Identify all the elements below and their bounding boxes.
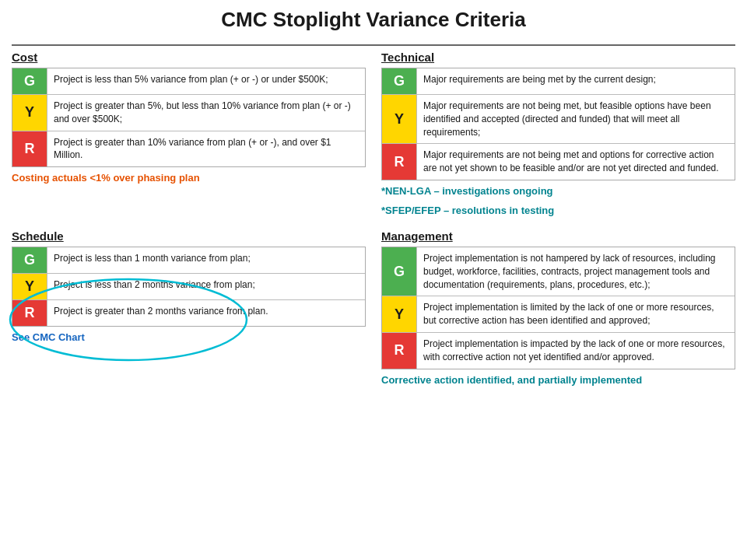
sched-red-desc: Project is greater than 2 months varianc… (47, 300, 365, 326)
technical-section: Technical G Major requirements are being… (381, 51, 735, 223)
mgmt-yellow-desc: Project implementation is limited by the… (416, 296, 735, 332)
mgmt-red-status: R (382, 333, 416, 369)
top-row: Cost G Project is less than 5% variance … (12, 51, 735, 229)
management-title: Management (381, 229, 735, 243)
table-row: Y Major requirements are not being met, … (382, 95, 735, 144)
table-row: R Project implementation is impacted by … (382, 333, 735, 369)
mgmt-green-desc: Project implementation is not hampered b… (416, 247, 735, 296)
management-table: G Project implementation is not hampered… (381, 247, 735, 369)
table-row: Y Project implementation is limited by t… (382, 296, 735, 333)
cost-yellow-desc: Project is greater than 5%, but less tha… (47, 95, 365, 131)
management-section: Management G Project implementation is n… (381, 229, 735, 392)
schedule-note[interactable]: See CMC Chart (12, 330, 366, 345)
sched-red-status: R (12, 300, 47, 326)
cost-red-desc: Project is greater than 10% variance fro… (47, 131, 365, 167)
cost-table: G Project is less than 5% variance from … (12, 68, 366, 167)
table-row: Y Project is less than 2 months variance… (12, 274, 365, 300)
cost-yellow-status: Y (12, 95, 47, 131)
table-row: G Major requirements are being met by th… (382, 68, 735, 95)
tech-red-desc: Major requirements are not being met and… (416, 144, 735, 180)
tech-green-desc: Major requirements are being met by the … (416, 68, 735, 94)
tech-yellow-status: Y (382, 95, 416, 143)
table-row: R Major requirements are not being met a… (382, 144, 735, 180)
sched-yellow-desc: Project is less than 2 months variance f… (47, 274, 365, 299)
technical-table: G Major requirements are being met by th… (381, 68, 735, 180)
cost-title: Cost (12, 51, 366, 64)
page: CMC Stoplight Variance Criteria Cost G P… (0, 0, 747, 560)
cost-red-status: R (12, 131, 47, 167)
cost-green-desc: Project is less than 5% variance from pl… (47, 68, 365, 94)
schedule-section: Schedule G Project is less than 1 month … (12, 229, 366, 392)
technical-title: Technical (381, 51, 735, 64)
bottom-row: Schedule G Project is less than 1 month … (12, 229, 735, 398)
tech-red-status: R (382, 144, 416, 180)
table-row: R Project is greater than 10% variance f… (12, 131, 365, 167)
table-row: G Project implementation is not hampered… (382, 247, 735, 296)
mgmt-green-status: G (382, 247, 416, 296)
mgmt-red-desc: Project implementation is impacted by th… (416, 333, 735, 369)
table-row: G Project is less than 5% variance from … (12, 68, 365, 95)
sched-green-status: G (12, 247, 47, 273)
cost-green-status: G (12, 68, 47, 94)
mgmt-yellow-status: Y (382, 296, 416, 332)
page-title: CMC Stoplight Variance Criteria (12, 8, 735, 35)
sched-yellow-status: Y (12, 274, 47, 299)
management-note: Corrective action identified, and partia… (381, 373, 735, 388)
tech-green-status: G (382, 68, 416, 94)
table-row: G Project is less than 1 month variance … (12, 247, 365, 274)
tech-yellow-desc: Major requirements are not being met, bu… (416, 95, 735, 143)
schedule-table: G Project is less than 1 month variance … (12, 247, 366, 327)
technical-note1: *NEN-LGA – investigations ongoing (381, 184, 735, 199)
title-divider (12, 44, 735, 46)
cost-note: Costing actuals <1% over phasing plan (12, 170, 366, 186)
technical-note2: *SFEP/EFEP – resolutions in testing (381, 203, 735, 219)
cost-section: Cost G Project is less than 5% variance … (12, 51, 366, 223)
table-row: R Project is greater than 2 months varia… (12, 300, 365, 326)
table-row: Y Project is greater than 5%, but less t… (12, 95, 365, 131)
sched-green-desc: Project is less than 1 month variance fr… (47, 247, 365, 273)
schedule-title: Schedule (12, 229, 366, 243)
